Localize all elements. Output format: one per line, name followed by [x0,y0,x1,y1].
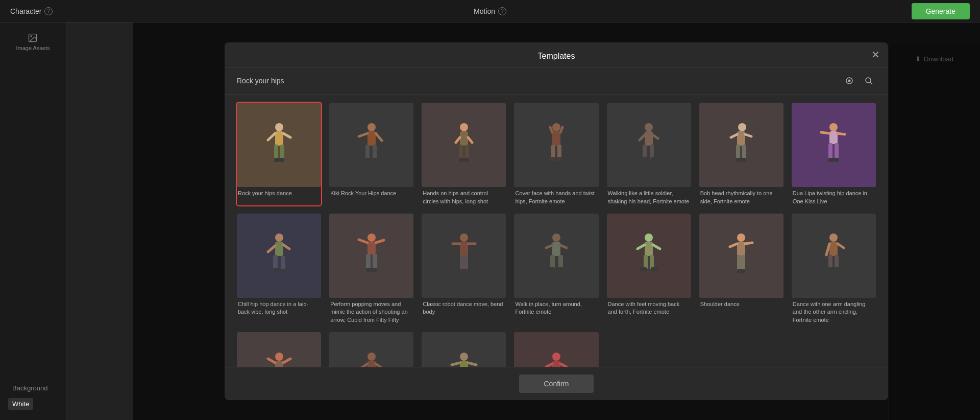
svg-line-89 [560,245,567,248]
motion-help-icon[interactable]: ? [498,7,506,15]
svg-rect-28 [459,158,464,162]
template-thumbnail-6 [792,103,876,187]
svg-rect-61 [834,158,839,162]
template-item-13[interactable]: Dance with one arm dangling and the othe… [792,214,876,324]
white-tab[interactable]: White [8,398,33,410]
template-thumbnail-16 [422,332,506,367]
svg-line-9 [283,133,290,137]
svg-rect-21 [372,158,377,162]
template-item-17[interactable]: Step, dance rhythmically in small steps … [514,332,598,367]
radio-icon-button[interactable] [842,74,856,88]
svg-line-120 [268,359,275,363]
template-item-5[interactable]: Bob head rhythmically to one side, Fortn… [699,103,783,205]
svg-line-17 [376,133,382,141]
svg-rect-116 [826,267,834,271]
svg-line-144 [546,364,552,367]
svg-rect-26 [459,145,463,160]
template-item-14[interactable]: Electro dance, lifting hands and feet li… [237,332,321,367]
template-item-16[interactable]: Dance with hands swaying and feet crissc… [422,332,506,367]
template-item-3[interactable]: Cover face with hands and twist hips, Fo… [514,103,598,205]
svg-rect-34 [551,145,555,159]
svg-rect-58 [828,143,832,159]
svg-line-32 [550,127,552,132]
svg-rect-76 [366,268,372,272]
template-item-2[interactable]: Hands on hips and control circles with h… [422,103,506,205]
template-item-11[interactable]: Dance with feet moving back and forth, F… [607,214,691,324]
svg-rect-23 [460,131,468,146]
svg-line-97 [653,245,660,249]
svg-rect-100 [640,267,647,271]
generate-button[interactable]: Generate [912,3,970,19]
svg-line-96 [638,245,645,249]
svg-rect-29 [464,158,469,162]
motion-section: Motion ? [474,7,506,15]
modal-header: Templates ✕ [225,42,888,67]
main-area: ⬇ Download Templates ✕ Rock your hips [66,22,980,420]
svg-rect-98 [644,255,648,269]
svg-point-126 [368,353,376,361]
template-item-0[interactable]: Rock your hips dance [237,103,321,205]
modal-close-button[interactable]: ✕ [871,50,880,60]
confirm-button[interactable]: Confirm [519,375,593,393]
sidebar: Image Assets Background White [0,22,66,420]
template-item-6[interactable]: Dua Lipa twisting hip dance in One Kiss … [792,103,876,205]
top-bar-right: Generate [912,3,970,19]
svg-point-94 [645,234,653,242]
svg-rect-18 [365,145,370,160]
svg-line-136 [452,363,460,365]
template-label-6: Dua Lipa twisting hip dance in One Kiss … [792,190,876,205]
svg-point-14 [368,123,376,131]
template-item-4[interactable]: Walking like a little soldier, shaking h… [607,103,691,205]
sidebar-bottom: Background White [0,382,66,410]
search-icon [865,77,873,85]
search-button[interactable] [862,74,876,88]
template-item-15[interactable]: Cute movements, shaking the whole body, … [329,332,413,367]
template-item-9[interactable]: Classic robot dance move, bend body [422,214,506,324]
svg-rect-75 [373,254,377,269]
modal-title: Templates [538,52,575,61]
svg-rect-63 [275,242,283,256]
svg-rect-106 [737,255,741,270]
svg-line-40 [640,135,645,140]
svg-line-16 [359,133,368,136]
svg-rect-10 [274,145,278,160]
svg-line-121 [283,359,290,363]
template-item-10[interactable]: Walk in place, turn around, Fortnite emo… [514,214,598,324]
background-tab[interactable]: Background [8,382,52,394]
circle-icon [845,77,853,85]
svg-line-41 [653,135,658,138]
svg-rect-90 [550,255,555,269]
template-label-4: Walking like a little soldier, shaking h… [607,190,691,205]
template-label-11: Dance with feet moving back and forth, F… [607,300,691,316]
svg-line-33 [560,127,562,132]
svg-line-57 [838,133,845,134]
svg-line-56 [821,132,829,133]
svg-rect-85 [463,269,468,273]
template-item-12[interactable]: Shoulder dance [699,214,783,324]
svg-rect-119 [275,361,283,367]
template-thumbnail-15 [329,332,413,367]
svg-rect-101 [651,267,658,271]
template-item-8[interactable]: Perform popping moves and mimic the acti… [329,214,413,324]
template-label-1: Kiki Rock Your Hips dance [329,190,413,197]
modal-footer: Confirm [225,367,888,400]
character-help-icon[interactable]: ? [44,7,53,15]
svg-point-70 [368,234,376,242]
svg-rect-36 [550,157,555,161]
template-item-1[interactable]: Kiki Rock Your Hips dance [329,103,413,205]
svg-point-46 [738,123,746,131]
svg-rect-95 [645,242,653,256]
svg-rect-66 [273,255,278,270]
template-item-7[interactable]: Chill hip hop dance in a laid-back vibe,… [237,214,321,324]
template-label-5: Bob head rhythmically to one side, Fortn… [699,190,783,205]
svg-line-72 [359,240,368,243]
image-assets-label: Image Assets [16,45,50,51]
sidebar-item-image-assets[interactable]: Image Assets [16,33,50,51]
template-label-9: Classic robot dance move, bend body [422,300,506,316]
svg-rect-35 [557,145,561,159]
grid-container[interactable]: Rock your hips dance Kiki Rock Your Hips… [225,95,888,367]
svg-point-1 [31,36,32,37]
character-label: Character [10,7,41,15]
svg-rect-52 [736,158,741,162]
svg-rect-68 [273,268,279,272]
